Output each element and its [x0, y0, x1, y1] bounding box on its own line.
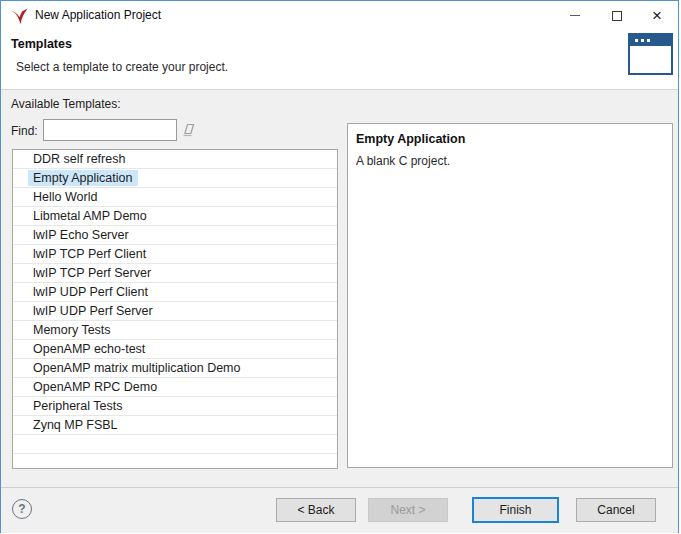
maximize-icon: [612, 11, 622, 21]
close-button[interactable]: ×: [640, 1, 674, 30]
list-item[interactable]: lwIP TCP Perf Server: [13, 264, 337, 283]
help-button[interactable]: ?: [12, 499, 32, 519]
back-button[interactable]: < Back: [276, 498, 356, 522]
close-icon: ×: [652, 7, 662, 24]
list-item-selected[interactable]: Empty Application: [13, 169, 337, 188]
minimize-button[interactable]: [558, 1, 592, 30]
title-bar: New Application Project ×: [1, 1, 678, 31]
list-item[interactable]: OpenAMP RPC Demo: [13, 378, 337, 397]
list-item[interactable]: lwIP TCP Perf Client: [13, 245, 337, 264]
list-item[interactable]: Peripheral Tests: [13, 397, 337, 416]
window-title: New Application Project: [35, 8, 161, 22]
finish-button[interactable]: Finish: [472, 497, 559, 523]
list-item[interactable]: OpenAMP echo-test: [13, 340, 337, 359]
wizard-header: Templates Select a template to create yo…: [1, 31, 678, 90]
page-title: Templates: [11, 37, 72, 51]
list-item[interactable]: DDR self refresh: [13, 150, 337, 169]
help-icon: ?: [18, 502, 25, 516]
template-list: DDR self refresh Empty Application Hello…: [12, 149, 338, 469]
list-item[interactable]: lwIP Echo Server: [13, 226, 337, 245]
list-item[interactable]: Hello World: [13, 188, 337, 207]
xilinx-logo-icon: [9, 6, 29, 26]
list-item[interactable]: Zynq MP FSBL: [13, 416, 337, 435]
template-details-description: A blank C project.: [356, 154, 450, 168]
list-row-empty[interactable]: [13, 435, 337, 454]
maximize-button[interactable]: [600, 1, 634, 30]
minimize-icon: [570, 15, 580, 16]
template-details-panel: Empty Application A blank C project.: [347, 123, 673, 468]
page-subtitle: Select a template to create your project…: [16, 60, 228, 74]
next-button[interactable]: Next >: [368, 498, 448, 522]
list-item[interactable]: Libmetal AMP Demo: [13, 207, 337, 226]
list-item[interactable]: Memory Tests: [13, 321, 337, 340]
list-item[interactable]: lwIP UDP Perf Server: [13, 302, 337, 321]
list-item[interactable]: OpenAMP matrix multiplication Demo: [13, 359, 337, 378]
template-details-title: Empty Application: [356, 132, 465, 146]
application-window-icon: [628, 33, 673, 75]
find-input[interactable]: [43, 119, 177, 141]
list-row-empty[interactable]: [13, 454, 337, 469]
new-application-project-dialog: New Application Project × Templates Sele…: [0, 0, 679, 533]
clear-find-icon[interactable]: [182, 122, 197, 138]
button-bar: ? < Back Next > Finish Cancel: [1, 487, 678, 533]
screenshot-root: New Application Project × Templates Sele…: [0, 0, 681, 534]
cancel-button[interactable]: Cancel: [576, 498, 656, 522]
list-item[interactable]: lwIP UDP Perf Client: [13, 283, 337, 302]
find-label: Find:: [11, 124, 38, 138]
available-templates-label: Available Templates:: [11, 97, 121, 111]
